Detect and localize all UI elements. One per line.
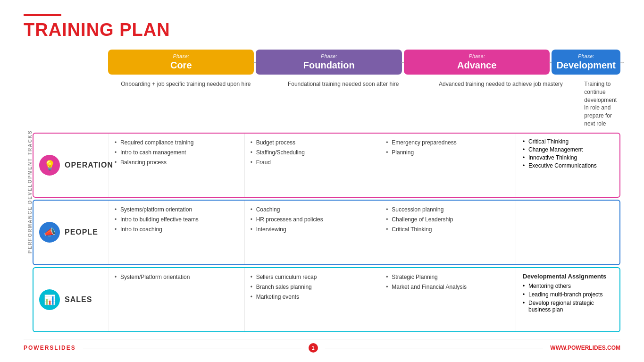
sales-advance-list: Strategic Planning Market and Financial …	[386, 273, 510, 291]
list-item: Sellers curriculum recap	[251, 273, 375, 281]
list-item: Mentoring others	[523, 283, 613, 289]
list-item: Challenge of Leadership	[386, 215, 510, 224]
sales-name: SALES	[65, 295, 92, 304]
sales-core-cell: System/Platform orientation	[109, 268, 245, 331]
phase-advance: Phase: Advance →	[404, 50, 550, 75]
operation-core-list: Required compliance training Intro to ca…	[115, 138, 239, 167]
people-icon: 📣	[39, 222, 60, 243]
sales-foundation-cell: Sellers curriculum recap Branch sales pl…	[245, 268, 381, 331]
people-foundation-list: Coaching HR processes and policies Inter…	[251, 205, 375, 234]
track-identity-operation: 💡 OPERATION	[33, 134, 109, 197]
people-advance-list: Succession planning Challenge of Leaders…	[386, 205, 510, 234]
track-row-people: 📣 PEOPLE Systems/platform orientation In…	[33, 200, 620, 265]
page: TRAINING PLAN PERFORMANCE DEVELOPMENT TR…	[0, 0, 644, 362]
list-item: Leading multi-branch projects	[523, 291, 613, 298]
people-foundation-cell: Coaching HR processes and policies Inter…	[245, 201, 381, 264]
list-item: Interviewing	[251, 225, 375, 234]
phase-foundation-label: Phase:	[260, 53, 397, 59]
page-title: TRAINING PLAN	[24, 20, 620, 40]
track-row-sales: 📊 SALES System/Platform orientation Sell…	[33, 267, 620, 332]
list-item: Intro to building effective teams	[115, 215, 239, 224]
list-item: Succession planning	[386, 205, 510, 214]
operation-core-cell: Required compliance training Intro to ca…	[109, 134, 245, 197]
footer-brand-accent: SLIDES	[50, 345, 75, 351]
phase-advance-label: Phase:	[409, 53, 545, 59]
sales-foundation-list: Sellers curriculum recap Branch sales pl…	[251, 273, 375, 301]
dev-bullets-list: Critical Thinking Change Management Inno…	[523, 138, 613, 169]
phase-core: Phase: Core →	[108, 50, 254, 75]
phase-development-name: Development	[556, 60, 616, 71]
list-item: Balancing process	[115, 158, 239, 167]
phases-row: Phase: Core → Phase: Foundation → Phase:…	[33, 50, 620, 75]
header-line	[24, 14, 61, 16]
list-item: Emergency preparedness	[386, 138, 510, 147]
operation-advance-list: Emergency preparedness Planning	[386, 138, 510, 157]
sales-dev-cell: Developmental Assignments Mentoring othe…	[516, 268, 619, 331]
footer-line-right	[325, 348, 544, 348]
track-identity-sales: 📊 SALES	[33, 268, 109, 331]
phase-development: Phase: Development →	[552, 50, 620, 75]
title-part2: PLAN	[119, 20, 170, 40]
rotated-label: PERFORMANCE DEVELOPMENT TRACKS	[24, 50, 33, 334]
dev-assignments-title: Developmental Assignments	[523, 273, 613, 280]
operation-name: OPERATION	[65, 161, 113, 169]
main-table: Phase: Core → Phase: Foundation → Phase:…	[33, 50, 620, 334]
footer-line-left	[83, 348, 301, 348]
list-item: Intro to coaching	[115, 225, 239, 234]
list-item: Develop regional strategic business plan	[523, 300, 613, 313]
track-identity-people: 📣 PEOPLE	[33, 201, 109, 264]
list-item: Fraud	[251, 158, 375, 167]
phase-foundation-name: Foundation	[260, 60, 397, 71]
list-item: Staffing/Scheduling	[251, 148, 375, 157]
list-item: Critical Thinking	[523, 138, 613, 145]
list-item: System/Platform orientation	[115, 273, 239, 281]
operation-dev-cell: Critical Thinking Change Management Inno…	[516, 134, 619, 197]
sales-advance-cell: Strategic Planning Market and Financial …	[380, 268, 516, 331]
title-part1: TRAINING	[24, 20, 119, 40]
phase-core-label: Phase:	[113, 53, 249, 59]
people-dev-cell	[516, 201, 619, 264]
dev-assignments-list: Mentoring others Leading multi-branch pr…	[523, 283, 613, 313]
list-item: Planning	[386, 148, 510, 157]
desc-foundation: Foundational training needed soon after …	[266, 78, 421, 130]
footer-brand: POWERSLIDES	[24, 345, 76, 351]
footer-brand-part1: POWER	[24, 345, 50, 351]
list-item: Intro to cash management	[115, 148, 239, 157]
tracks-area: 💡 OPERATION Required compliance training…	[33, 133, 620, 334]
sales-icon: 📊	[39, 289, 60, 310]
operation-icon: 💡	[39, 155, 60, 176]
list-item: Strategic Planning	[386, 273, 510, 281]
content-area: PERFORMANCE DEVELOPMENT TRACKS Phase: Co…	[24, 50, 620, 334]
list-item: Branch sales planning	[251, 283, 375, 291]
list-item: Marketing events	[251, 293, 375, 301]
desc-row: Onboarding + job specific training neede…	[33, 78, 620, 130]
list-item: Innovative Thinking	[523, 154, 613, 161]
phase-core-name: Core	[113, 60, 249, 71]
track-row-operation: 💡 OPERATION Required compliance training…	[33, 133, 620, 198]
footer-url: WWW.POWERLIDES.COM	[550, 345, 620, 351]
desc-core: Onboarding + job specific training neede…	[108, 78, 264, 130]
list-item: Budget process	[251, 138, 375, 147]
list-item: Critical Thinking	[386, 225, 510, 234]
sales-core-list: System/Platform orientation	[115, 273, 239, 281]
desc-advance: Advanced training needed to achieve job …	[423, 78, 579, 130]
people-core-list: Systems/platform orientation Intro to bu…	[115, 205, 239, 234]
phase-foundation: Phase: Foundation →	[256, 50, 401, 75]
desc-development: Training to continue development in role…	[580, 78, 620, 130]
operation-cells: Required compliance training Intro to ca…	[109, 134, 516, 197]
sales-cells: System/Platform orientation Sellers curr…	[109, 268, 516, 331]
phase-advance-name: Advance	[409, 60, 545, 71]
operation-foundation-list: Budget process Staffing/Scheduling Fraud	[251, 138, 375, 167]
list-item: HR processes and policies	[251, 215, 375, 224]
people-name: PEOPLE	[65, 228, 98, 236]
people-advance-cell: Succession planning Challenge of Leaders…	[380, 201, 516, 264]
list-item: Coaching	[251, 205, 375, 214]
list-item: Market and Financial Analysis	[386, 283, 510, 291]
operation-foundation-cell: Budget process Staffing/Scheduling Fraud	[245, 134, 381, 197]
list-item: Required compliance training	[115, 138, 239, 147]
operation-advance-cell: Emergency preparedness Planning	[380, 134, 516, 197]
footer-page-number: 1	[309, 343, 318, 353]
list-item: Change Management	[523, 146, 613, 153]
list-item: Executive Communications	[523, 162, 613, 169]
people-core-cell: Systems/platform orientation Intro to bu…	[109, 201, 245, 264]
